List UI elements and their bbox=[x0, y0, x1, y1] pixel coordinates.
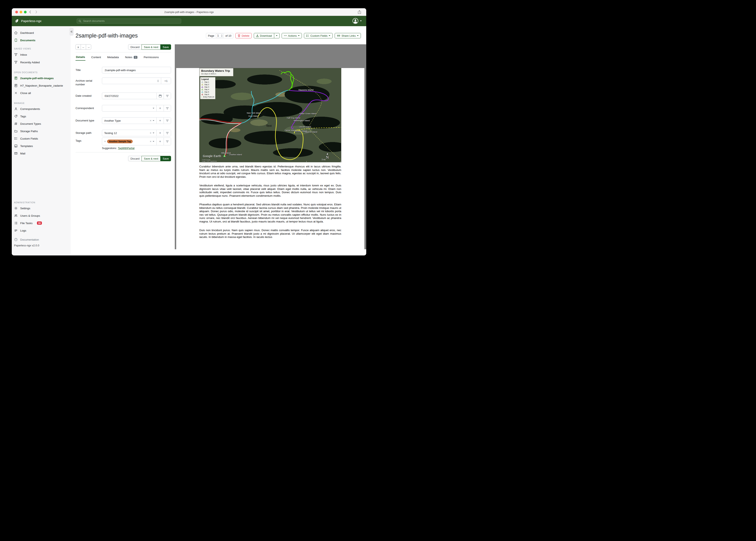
correspondent-select[interactable] bbox=[102, 105, 156, 111]
add-correspondent-button[interactable]: + bbox=[156, 105, 164, 111]
tab-content[interactable]: Content bbox=[91, 54, 101, 61]
day2-dots-icon bbox=[201, 84, 203, 86]
custom-fields-button[interactable]: Custom Fields bbox=[304, 33, 333, 38]
search-bar[interactable] bbox=[77, 19, 181, 24]
pdf-preview-pane[interactable]: Boundary Waters Trip Six days in BWCA Le… bbox=[175, 44, 366, 249]
asn-input[interactable] bbox=[104, 79, 156, 83]
document-type-filter-icon[interactable] bbox=[164, 118, 171, 124]
sidebar-item-inbox[interactable]: Inbox bbox=[12, 51, 71, 58]
tab-notes[interactable]: Notes1 bbox=[125, 54, 138, 61]
island-label: Charlies Island bbox=[229, 153, 242, 156]
tag-chip[interactable]: Another Sample Tag bbox=[107, 140, 133, 143]
island-label: Gary Island bbox=[248, 115, 259, 117]
sidebar-item-users-groups[interactable]: Users & Groups bbox=[12, 212, 71, 220]
download-button[interactable]: Download bbox=[254, 33, 274, 38]
sidebar-item-dashboard[interactable]: Dashboard bbox=[12, 29, 71, 37]
date-created-input[interactable] bbox=[104, 94, 154, 98]
download-dropdown-caret[interactable] bbox=[274, 33, 280, 38]
sidebar-item-mail[interactable]: Mail bbox=[12, 150, 71, 157]
legend-item: Day 4 bbox=[201, 88, 214, 91]
add-storage-path-button[interactable]: + bbox=[156, 130, 164, 136]
tags-filter-icon[interactable] bbox=[164, 138, 171, 145]
add-tag-button[interactable]: + bbox=[156, 138, 164, 145]
save-button[interactable]: Save bbox=[160, 44, 171, 50]
clear-icon[interactable]: × bbox=[150, 140, 151, 143]
search-input[interactable] bbox=[83, 19, 179, 23]
download-split-button: Download bbox=[254, 33, 280, 38]
save-next-button[interactable]: Save & next bbox=[142, 44, 161, 50]
day4-dots-icon bbox=[201, 89, 203, 91]
tags-select[interactable]: × Another Sample Tag × bbox=[102, 138, 156, 145]
date-filter-icon[interactable] bbox=[164, 93, 171, 99]
map-copyright: © 2017 Google bbox=[202, 159, 210, 161]
notes-count-badge: 1 bbox=[134, 56, 137, 59]
sidebar-item-file-tasks[interactable]: File Tasks 16 bbox=[12, 220, 71, 227]
next-document-button[interactable]: → bbox=[86, 44, 91, 50]
sidebar-item-tags[interactable]: Tags bbox=[12, 113, 71, 120]
actions-button[interactable]: Actions bbox=[282, 33, 302, 38]
clear-icon[interactable]: × bbox=[150, 131, 151, 135]
document-paragraph: Curabitur bibendum ante urna, sed blandi… bbox=[199, 165, 341, 179]
search-icon bbox=[79, 20, 81, 22]
storage-path-select[interactable]: Testing 12 × bbox=[102, 130, 156, 136]
sidebar-item-templates[interactable]: Templates bbox=[12, 142, 71, 150]
add-document-type-button[interactable]: + bbox=[156, 118, 164, 124]
sidebar-item-correspondents[interactable]: Correspondents bbox=[12, 105, 71, 113]
document-paragraph: Vestibulum eleifend, ligula a scelerisqu… bbox=[199, 184, 341, 198]
suggestion-link[interactable]: TagWithPartial bbox=[118, 147, 135, 150]
sidebar-item-settings[interactable]: Settings bbox=[12, 205, 71, 212]
tags-group: × Another Sample Tag × + bbox=[102, 138, 171, 145]
sidebar-item-custom-fields[interactable]: Custom Fields bbox=[12, 135, 71, 142]
sidebar-close-all[interactable]: Close all bbox=[12, 89, 71, 97]
day6-dots-icon bbox=[201, 93, 203, 96]
correspondent-label: Correspondent bbox=[76, 105, 102, 112]
storage-path-group: Testing 12 × + bbox=[102, 130, 171, 136]
sidebar-collapse-button[interactable] bbox=[69, 28, 74, 36]
mail-icon bbox=[14, 152, 18, 155]
save-next-button[interactable]: Save & next bbox=[142, 156, 161, 161]
documents-icon bbox=[14, 39, 18, 42]
calendar-icon[interactable] bbox=[156, 93, 164, 99]
save-button[interactable]: Save bbox=[160, 156, 171, 161]
tab-details[interactable]: Details bbox=[76, 54, 85, 61]
island-label: Squirrel Island bbox=[305, 131, 317, 133]
share-links-button[interactable]: Share Links bbox=[335, 33, 361, 38]
storage-path-filter-icon[interactable] bbox=[164, 130, 171, 136]
delete-button[interactable]: Delete bbox=[235, 33, 252, 38]
filter-funnel-icon bbox=[14, 61, 18, 64]
previous-document-button[interactable]: ← bbox=[81, 44, 86, 50]
sidebar-item-document-types[interactable]: Document Types bbox=[12, 120, 71, 127]
share-icon[interactable] bbox=[358, 10, 361, 14]
folder-icon bbox=[14, 130, 18, 133]
close-document-button[interactable]: x bbox=[76, 44, 81, 50]
page-stepper[interactable] bbox=[221, 35, 223, 37]
tab-permissions[interactable]: Permissions bbox=[143, 54, 159, 61]
tag-icon bbox=[14, 115, 18, 118]
user-menu[interactable] bbox=[352, 18, 362, 24]
discard-button[interactable]: Discard bbox=[128, 156, 142, 161]
tab-metadata[interactable]: Metadata bbox=[107, 54, 119, 61]
sidebar-item-documents[interactable]: Documents bbox=[12, 37, 71, 44]
sidebar-open-doc-current[interactable]: 2sample-pdf-with-images bbox=[12, 74, 71, 82]
sidebar-item-documentation[interactable]: ? Documentation bbox=[12, 236, 71, 243]
discard-button[interactable]: Discard bbox=[128, 44, 142, 50]
map-title: Boundary Waters Trip bbox=[201, 69, 232, 72]
document-type-select[interactable]: Another Type × bbox=[102, 118, 156, 124]
sidebar-item-logs[interactable]: Logs bbox=[12, 227, 71, 234]
tags-label: Tags bbox=[76, 138, 102, 145]
correspondent-filter-icon[interactable] bbox=[164, 105, 171, 111]
asn-plus-one-button[interactable]: +1 bbox=[161, 78, 171, 84]
entry-point-icon bbox=[201, 96, 202, 98]
sidebar-item-recently-added[interactable]: Recently Added bbox=[12, 59, 71, 66]
sidebar-open-doc[interactable]: H7_Napoleon_Bonaparte_zadanie bbox=[12, 82, 71, 89]
title-input[interactable] bbox=[104, 68, 169, 72]
clear-icon[interactable]: × bbox=[150, 119, 151, 122]
detail-tabs: Details Content Metadata Notes1 Permissi… bbox=[76, 54, 171, 61]
asn-stepper[interactable] bbox=[157, 80, 159, 82]
map-legend: Legend Day 1 Day 2 bbox=[200, 77, 215, 99]
page-number-input[interactable] bbox=[217, 34, 221, 37]
sidebar-item-storage-paths[interactable]: Storage Paths bbox=[12, 127, 71, 135]
remove-tag-icon[interactable]: × bbox=[104, 140, 106, 143]
document-type-group: Another Type × + bbox=[102, 117, 171, 124]
brand[interactable]: Paperless-ngx bbox=[14, 19, 41, 24]
